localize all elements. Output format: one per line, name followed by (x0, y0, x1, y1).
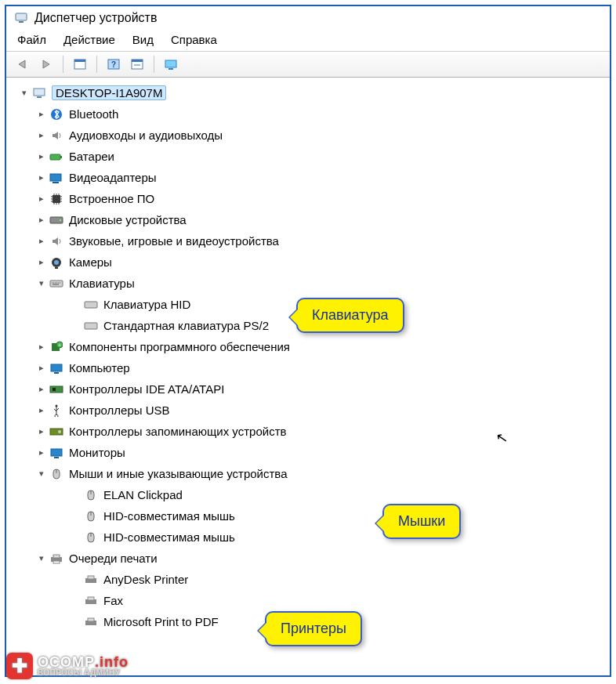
cat-softcomp[interactable]: ▸ + Компоненты программного обеспечения (9, 336, 607, 357)
cat-label: Звуковые, игровые и видеоустройства (69, 234, 279, 248)
mouse-icon (49, 467, 64, 481)
device-mouse-elan[interactable]: ▸ ELAN Clickpad (9, 484, 607, 505)
svg-rect-24 (85, 302, 97, 308)
back-button[interactable] (13, 55, 33, 74)
cat-disk[interactable]: ▸ Дисковые устройства (9, 209, 607, 230)
svg-rect-50 (88, 576, 94, 579)
cat-label: Мониторы (69, 446, 125, 459)
callout-printer: Принтеры (265, 611, 362, 646)
device-mouse-hid1[interactable]: ▸ HID-совместимая мышь (9, 505, 607, 527)
device-mouse-hid2[interactable]: ▸ HID-совместимая мышь (9, 527, 607, 548)
cat-label: Контроллеры IDE ATA/ATAPI (69, 382, 224, 396)
chevron-right-icon[interactable]: ▸ (36, 342, 47, 353)
cat-firmware[interactable]: ▸ Встроенное ПО (9, 188, 607, 209)
display-adapter-icon (49, 171, 64, 185)
svg-rect-16 (53, 182, 59, 183)
chevron-right-icon[interactable]: ▸ (36, 172, 47, 183)
svg-text:+: + (58, 342, 61, 348)
cat-computer[interactable]: ▸ Компьютер (9, 357, 607, 378)
chevron-right-icon[interactable]: ▸ (36, 426, 47, 437)
cat-monitor[interactable]: ▸ Мониторы (9, 442, 607, 463)
chevron-right-icon[interactable]: ▸ (36, 447, 47, 458)
tree-root[interactable]: ▾ DESKTOP-I1A907M (9, 82, 607, 103)
cat-keyboard[interactable]: ▾ Клавиатуры (9, 273, 607, 294)
cat-label: Bluetooth (69, 107, 118, 121)
cat-battery[interactable]: ▸ Батареи (9, 146, 607, 167)
cat-label: Дисковые устройства (69, 213, 187, 226)
svg-rect-48 (53, 561, 60, 563)
cat-print-queues[interactable]: ▾ Очереди печати (9, 548, 607, 569)
device-printer-anydesk[interactable]: ▸ AnyDesk Printer (9, 569, 607, 590)
chevron-right-icon[interactable]: ▸ (36, 194, 47, 204)
forward-button[interactable] (36, 55, 56, 74)
properties-button[interactable] (70, 55, 90, 74)
root-label[interactable]: DESKTOP-I1A907M (52, 85, 166, 100)
cat-label: Видеоадаптеры (69, 171, 157, 184)
mouse-icon (83, 509, 99, 523)
cat-usb[interactable]: ▸ Контроллеры USB (9, 400, 607, 421)
chevron-down-icon[interactable]: ▾ (36, 553, 47, 564)
mouse-icon (83, 488, 99, 502)
device-label: Клавиатура HID (103, 298, 190, 311)
printer-icon (83, 573, 99, 587)
chevron-right-icon[interactable]: ▸ (36, 257, 47, 268)
cat-audio[interactable]: ▸ Аудиовходы и аудиовыходы (9, 125, 607, 146)
menu-help[interactable]: Справка (171, 33, 217, 46)
chevron-down-icon[interactable]: ▾ (36, 469, 47, 480)
chevron-right-icon[interactable]: ▸ (36, 151, 47, 162)
device-label: HID-совместимая мышь (103, 530, 235, 544)
svg-rect-37 (54, 457, 59, 458)
device-printer-fax[interactable]: ▸ Fax (9, 590, 607, 611)
menubar: Файл Действие Вид Справка (6, 28, 610, 51)
show-hidden-button[interactable] (161, 55, 181, 74)
monitor-icon (49, 361, 64, 375)
cat-camera[interactable]: ▸ Камеры (9, 252, 607, 273)
cat-label: Контроллеры USB (69, 404, 170, 417)
cat-bluetooth[interactable]: ▸ Bluetooth (9, 103, 607, 125)
chevron-right-icon[interactable]: ▸ (36, 405, 47, 416)
chevron-right-icon[interactable]: ▸ (36, 130, 47, 141)
cat-ide[interactable]: ▸ Контроллеры IDE ATA/ATAPI (9, 378, 607, 400)
speaker-icon (49, 128, 64, 143)
cat-mice[interactable]: ▾ Мыши и иные указывающие устройства (9, 463, 607, 484)
menu-action[interactable]: Действие (63, 33, 115, 46)
titlebar: Диспетчер устройств (6, 6, 610, 28)
scan-button[interactable] (127, 55, 147, 74)
svg-rect-30 (54, 372, 59, 374)
printer-icon (83, 615, 99, 629)
svg-rect-13 (50, 154, 60, 160)
chevron-right-icon[interactable]: ▸ (36, 215, 47, 226)
svg-rect-23 (50, 280, 63, 287)
svg-rect-17 (53, 195, 60, 203)
cat-video[interactable]: ▸ Видеоадаптеры (9, 167, 607, 188)
cat-label: Клавиатуры (69, 277, 135, 290)
cat-label: Контроллеры запоминающих устройств (69, 425, 286, 438)
printer-icon (83, 594, 99, 608)
chevron-right-icon[interactable]: ▸ (36, 384, 47, 395)
chevron-down-icon[interactable]: ▾ (19, 88, 30, 99)
svg-rect-15 (50, 174, 61, 181)
chevron-right-icon[interactable]: ▸ (36, 236, 47, 247)
cat-sound[interactable]: ▸ Звуковые, игровые и видеоустройства (9, 230, 607, 252)
device-label: ELAN Clickpad (103, 488, 183, 501)
svg-rect-10 (34, 89, 45, 96)
svg-rect-3 (74, 60, 85, 62)
chevron-down-icon[interactable]: ▾ (36, 278, 47, 289)
menu-view[interactable]: Вид (132, 33, 154, 46)
device-label: Fax (103, 594, 123, 607)
device-tree[interactable]: ▾ DESKTOP-I1A907M ▸ Bluetooth ▸ Аудиовхо… (6, 78, 610, 635)
cat-label: Батареи (69, 150, 114, 163)
svg-rect-0 (16, 13, 27, 20)
toolbar: ? (6, 51, 610, 78)
battery-icon (49, 150, 64, 164)
help-button[interactable]: ? (103, 55, 124, 74)
cat-label: Компьютер (69, 361, 130, 375)
chevron-right-icon[interactable]: ▸ (36, 109, 47, 120)
callout-mouse: Мышки (382, 504, 461, 539)
chevron-right-icon[interactable]: ▸ (36, 363, 47, 374)
svg-rect-14 (60, 156, 62, 158)
svg-rect-54 (88, 618, 94, 621)
software-component-icon: + (49, 340, 64, 354)
cat-storage[interactable]: ▸ Контроллеры запоминающих устройств (9, 421, 607, 442)
menu-file[interactable]: Файл (17, 33, 46, 46)
